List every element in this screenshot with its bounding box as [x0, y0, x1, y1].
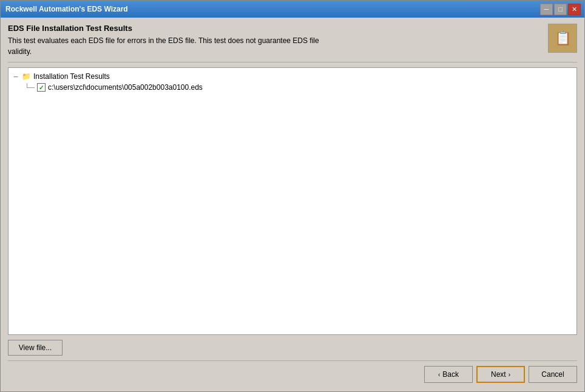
next-chevron-icon: ›: [509, 371, 510, 378]
page-title: EDS File Installation Test Results: [8, 24, 542, 33]
title-bar: Rockwell Automation's EDS Wizard ─ □ ✕: [1, 1, 584, 18]
header-description-line2: validity.: [8, 46, 542, 57]
header-icon: 📋: [548, 24, 577, 53]
folder-icon: 📁: [22, 72, 31, 81]
tree-root-item: ─ 📁 Installation Test Results: [12, 72, 573, 81]
window-controls: ─ □ ✕: [540, 4, 581, 15]
header-description-line1: This test evaluates each EDS file for er…: [8, 35, 542, 46]
tree-root-label: Installation Test Results: [33, 72, 110, 81]
main-window: Rockwell Automation's EDS Wizard ─ □ ✕ E…: [0, 0, 585, 392]
bottom-area: View file... ‹ Back Next › Cancel: [8, 340, 577, 385]
tree-panel: ─ 📁 Installation Test Results └─ c:\user…: [8, 67, 577, 335]
tree-root: ─ 📁 Installation Test Results └─ c:\user…: [12, 72, 573, 92]
window-title: Rockwell Automation's EDS Wizard: [5, 5, 128, 13]
tree-child-item: └─ c:\users\zcl\documents\005a002b003a01…: [12, 83, 573, 92]
content-area: EDS File Installation Test Results This …: [1, 18, 584, 391]
view-file-button[interactable]: View file...: [8, 340, 63, 356]
maximize-button[interactable]: □: [554, 4, 567, 15]
button-bar: ‹ Back Next › Cancel: [8, 360, 577, 385]
back-chevron-icon: ‹: [438, 371, 440, 378]
check-icon: [37, 83, 46, 92]
tree-connector: └─: [24, 83, 35, 92]
minimize-button[interactable]: ─: [540, 4, 553, 15]
tree-child-label: c:\users\zcl\documents\005a002b003a0100.…: [48, 83, 203, 92]
view-file-container: View file...: [8, 340, 577, 356]
header-text: EDS File Installation Test Results This …: [8, 24, 542, 57]
next-button[interactable]: Next ›: [476, 366, 525, 383]
collapse-icon[interactable]: ─: [12, 73, 19, 80]
close-button[interactable]: ✕: [568, 4, 581, 15]
back-button[interactable]: ‹ Back: [424, 366, 473, 383]
header-section: EDS File Installation Test Results This …: [8, 24, 577, 63]
cancel-button[interactable]: Cancel: [529, 366, 577, 383]
